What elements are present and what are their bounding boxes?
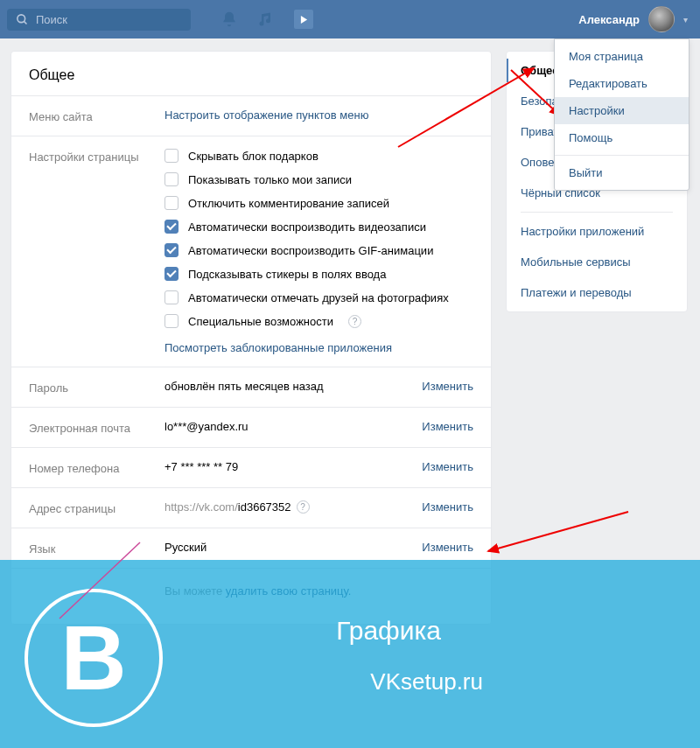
email-value: lo***@yandex.ru [164, 420, 409, 433]
password-label: Пароль [29, 380, 164, 395]
chevron-down-icon: ▾ [683, 15, 688, 24]
dd-help[interactable]: Помощь [555, 124, 689, 151]
user-menu-trigger[interactable]: Александр ▾ [563, 0, 700, 38]
delete-footnote: Вы можете удалить свою страницу. [11, 569, 491, 624]
checkbox-label: Специальные возможности [188, 315, 333, 328]
email-label: Электронная почта [29, 420, 164, 435]
checkbox-row-5[interactable]: Подсказывать стикеры в полях ввода [164, 267, 473, 281]
checkbox-icon [164, 172, 178, 186]
email-change[interactable]: Изменить [422, 420, 473, 433]
checkbox-icon [164, 149, 178, 163]
checkbox-icon [164, 267, 178, 281]
user-dropdown: Моя страница Редактировать Настройки Пом… [554, 38, 690, 191]
address-label: Адрес страницы [29, 500, 164, 515]
blocked-apps-link[interactable]: Посмотреть заблокированные приложения [164, 341, 473, 354]
section-password: Пароль обновлён пять месяцев назад Измен… [11, 367, 491, 408]
section-page-settings: Настройки страницы Скрывать блок подарко… [11, 136, 491, 367]
checkbox-icon [164, 290, 178, 304]
checkbox-row-2[interactable]: Отключить комментирование записей [164, 196, 473, 210]
address-id: id3667352 [238, 500, 291, 514]
password-change[interactable]: Изменить [422, 380, 473, 393]
section-phone: Номер телефона +7 *** *** ** 79 Изменить [11, 448, 491, 488]
music-icon[interactable] [257, 10, 275, 28]
search-input[interactable] [36, 13, 182, 26]
checkbox-label: Показывать только мои записи [188, 173, 352, 186]
menu-configure-link[interactable]: Настроить отображение пунктов меню [164, 108, 473, 122]
sidebar-separator [521, 212, 673, 213]
checkbox-row-3[interactable]: Автоматически воспроизводить видеозаписи [164, 220, 473, 234]
checkbox-icon [164, 196, 178, 210]
help-icon[interactable]: ? [297, 500, 310, 514]
section-lang: Язык Русский Изменить [11, 528, 491, 569]
watermark-letter: В [60, 612, 126, 703]
checkbox-row-4[interactable]: Автоматически воспроизводить GIF-анимаци… [164, 243, 473, 257]
svg-point-0 [18, 14, 25, 22]
delete-prefix: Вы можете [164, 584, 226, 598]
checkbox-row-6[interactable]: Автоматически отмечать друзей на фотогра… [164, 290, 473, 304]
checkbox-row-1[interactable]: Показывать только мои записи [164, 172, 473, 186]
phone-value: +7 *** *** ** 79 [164, 460, 409, 473]
checkbox-icon [164, 243, 178, 257]
panel-title: Общее [11, 52, 491, 96]
phone-change[interactable]: Изменить [422, 460, 473, 473]
checkbox-label: Отключить комментирование записей [188, 197, 389, 210]
sidebar-item-apps[interactable]: Настройки приложений [507, 216, 687, 247]
dd-logout[interactable]: Выйти [555, 159, 689, 186]
section-address: Адрес страницы https://vk.com/id3667352 … [11, 488, 491, 528]
bell-icon[interactable] [220, 10, 238, 28]
section-email: Электронная почта lo***@yandex.ru Измени… [11, 408, 491, 448]
checkbox-row-0[interactable]: Скрывать блок подарков [164, 149, 473, 163]
dd-separator [555, 155, 689, 156]
phone-label: Номер телефона [29, 460, 164, 475]
lang-label: Язык [29, 541, 164, 556]
sidebar-item-mobile[interactable]: Мобильные сервисы [507, 247, 687, 277]
site-menu-label: Меню сайта [29, 108, 164, 123]
checkbox-label: Автоматически отмечать друзей на фотогра… [188, 291, 449, 304]
page-settings-label: Настройки страницы [29, 149, 164, 354]
lang-value: Русский [164, 541, 409, 554]
user-name: Александр [578, 13, 640, 26]
dd-edit[interactable]: Редактировать [555, 70, 689, 97]
checkbox-label: Автоматически воспроизводить GIF-анимаци… [188, 244, 433, 257]
watermark-line2: VKsetup.ru [370, 668, 483, 696]
checkbox-icon [164, 314, 178, 328]
checkbox-label: Скрывать блок подарков [188, 150, 318, 163]
dd-my-page[interactable]: Моя страница [555, 43, 689, 70]
sidebar-item-payments[interactable]: Платежи и переводы [507, 277, 687, 308]
video-icon[interactable] [294, 10, 313, 29]
avatar [648, 6, 675, 32]
address-change[interactable]: Изменить [422, 500, 473, 514]
checkbox-label: Подсказывать стикеры в полях ввода [188, 268, 386, 281]
checkbox-icon [164, 220, 178, 234]
lang-change[interactable]: Изменить [422, 541, 473, 554]
password-value: обновлён пять месяцев назад [164, 380, 409, 393]
help-icon[interactable]: ? [348, 315, 361, 328]
address-value-row: https://vk.com/id3667352 ? [164, 500, 409, 514]
settings-panel: Общее Меню сайта Настроить отображение п… [10, 51, 492, 625]
delete-page-link[interactable]: удалить свою страницу. [226, 584, 352, 598]
section-site-menu: Меню сайта Настроить отображение пунктов… [11, 96, 491, 136]
topbar: Александр ▾ [0, 0, 700, 38]
svg-line-1 [24, 21, 26, 24]
checkbox-row-7[interactable]: Специальные возможности? [164, 314, 473, 328]
checkbox-label: Автоматически воспроизводить видеозаписи [188, 220, 426, 234]
search-icon [16, 13, 29, 26]
topbar-icons [220, 10, 313, 29]
dd-settings[interactable]: Настройки [555, 97, 689, 124]
address-prefix: https://vk.com/ [164, 500, 238, 514]
search-container[interactable] [7, 9, 191, 31]
